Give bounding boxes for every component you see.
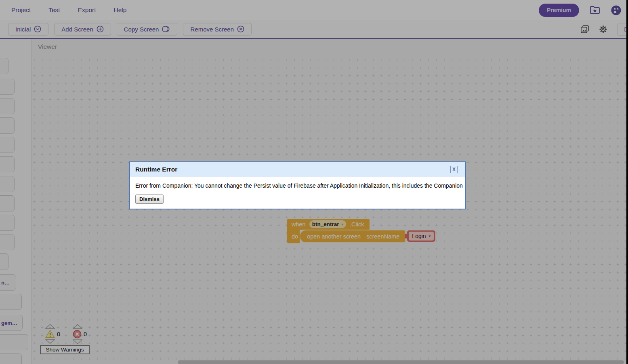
runtime-error-dialog: Runtime Error X Error from Companion: Yo… (129, 161, 466, 209)
dismiss-button[interactable]: Dismiss (135, 195, 164, 204)
dialog-title: Runtime Error (135, 166, 177, 173)
error-message: Error from Companion: You cannot change … (135, 182, 460, 189)
app-inventor-window: Project Test Export Help Premium (0, 0, 628, 364)
dialog-close-button[interactable]: X (450, 166, 458, 173)
screen-edge-strip (626, 0, 628, 364)
dialog-header: Runtime Error X (130, 162, 465, 177)
dialog-body: Error from Companion: You cannot change … (130, 177, 465, 209)
